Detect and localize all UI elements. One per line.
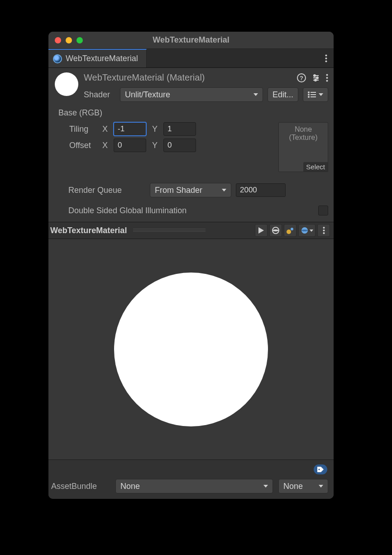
svg-point-12 [326,77,328,79]
render-queue-row: Render Queue From Shader [48,175,334,200]
assetbundle-dropdown[interactable]: None [115,479,273,493]
svg-point-23 [291,228,293,230]
svg-point-11 [326,74,328,76]
tiling-label: Tiling [58,124,96,134]
base-rgb-label: Base (RGB) [58,108,328,118]
y-label: Y [151,124,159,134]
shader-dropdown[interactable]: Unlit/Texture [120,87,263,102]
dsgi-label: Double Sided Global Illumination [68,206,314,215]
preview-env-button[interactable] [298,224,316,237]
svg-point-1 [325,57,327,59]
dsgi-row: Double Sided Global Illumination [48,200,334,222]
texture-type-label: (Texture) [289,134,317,142]
assetbundle-variant-value: None [283,482,303,491]
render-queue-dropdown[interactable]: From Shader [150,183,231,197]
render-queue-label: Render Queue [68,186,145,195]
zoom-window-button[interactable] [76,37,83,43]
svg-point-27 [323,230,325,231]
svg-point-14 [308,91,310,93]
preview-play-button[interactable] [255,224,268,237]
edit-shader-button[interactable]: Edit... [268,87,298,102]
assetbundle-value: None [120,482,140,491]
svg-point-2 [325,60,327,62]
chevron-down-icon [319,485,323,488]
asset-label-button[interactable] [314,464,327,474]
svg-point-26 [323,227,325,229]
preview-name: WebTextureMaterial [50,226,127,235]
window-titlebar[interactable]: WebTextureMaterial [48,32,334,49]
x-label: X [101,124,109,134]
shader-value: Unlit/Texture [125,90,170,100]
svg-point-22 [287,230,291,234]
tab-label: WebTextureMaterial [66,54,138,63]
svg-point-28 [323,232,325,234]
svg-point-13 [326,80,328,81]
svg-rect-19 [311,96,316,97]
edit-label: Edit... [272,90,293,100]
shader-list-menu-button[interactable] [303,87,328,102]
preview-light-button[interactable] [284,224,296,237]
svg-rect-15 [311,92,316,93]
svg-point-9 [316,77,318,79]
offset-label: Offset [58,141,96,150]
window-title: WebTextureMaterial [48,35,334,45]
texture-slot[interactable]: None (Texture) Select [278,122,328,172]
svg-point-10 [315,79,316,81]
offset-x-input[interactable] [114,139,146,152]
tab-webtexturematerial[interactable]: WebTextureMaterial [48,49,147,67]
x-label: X [101,141,109,150]
offset-y-input[interactable] [163,139,196,152]
chevron-down-icon [263,485,268,488]
chevron-down-icon [253,93,258,96]
tab-menu-button[interactable] [319,49,334,67]
y-label: Y [151,141,159,150]
preview-shape-button[interactable] [269,224,282,237]
svg-point-18 [308,96,310,98]
help-icon[interactable]: ? [297,73,306,82]
component-menu-icon[interactable] [326,74,328,82]
svg-point-16 [308,94,310,96]
material-properties: Base (RGB) Tiling X Y Offset X Y [48,102,334,175]
preview-pane[interactable] [48,239,334,459]
shader-label: Shader [84,90,115,100]
inspector-window: WebTextureMaterial WebTextureMaterial We… [48,32,334,499]
asset-footer: AssetBundle None None [48,459,334,499]
texture-select-button[interactable]: Select [303,162,328,172]
svg-point-8 [314,75,316,77]
material-icon [53,54,62,63]
minimize-window-button[interactable] [66,37,72,43]
render-queue-input[interactable] [236,183,286,197]
material-thumbnail[interactable] [55,72,78,96]
header-main: WebTextureMaterial (Material) ? Shader [84,72,328,102]
svg-text:?: ? [300,75,303,81]
preview-sphere [114,273,268,426]
tiling-x-input[interactable] [114,122,146,136]
texture-none-label: None [295,125,312,134]
assetbundle-variant-dropdown[interactable]: None [278,479,328,493]
preview-header[interactable]: WebTextureMaterial [48,222,334,239]
svg-point-29 [318,469,320,470]
render-queue-mode: From Shader [155,186,202,195]
svg-rect-17 [311,94,316,95]
chevron-down-icon [222,189,226,191]
close-window-button[interactable] [55,37,61,43]
material-title: WebTextureMaterial (Material) [84,72,205,83]
window-traffic-lights [55,37,83,43]
svg-point-25 [301,230,308,231]
preview-drag-handle[interactable] [133,229,206,232]
svg-point-0 [325,54,327,56]
presets-icon[interactable] [311,73,320,82]
chevron-down-icon [319,93,323,96]
preview-menu-button[interactable] [317,224,330,237]
chevron-down-icon [310,230,313,232]
tab-bar: WebTextureMaterial [48,49,334,68]
assetbundle-label: AssetBundle [51,482,110,491]
tiling-y-input[interactable] [163,122,196,136]
svg-point-21 [272,230,279,231]
dsgi-checkbox[interactable] [318,206,328,215]
material-header: WebTextureMaterial (Material) ? Shader [48,68,334,102]
